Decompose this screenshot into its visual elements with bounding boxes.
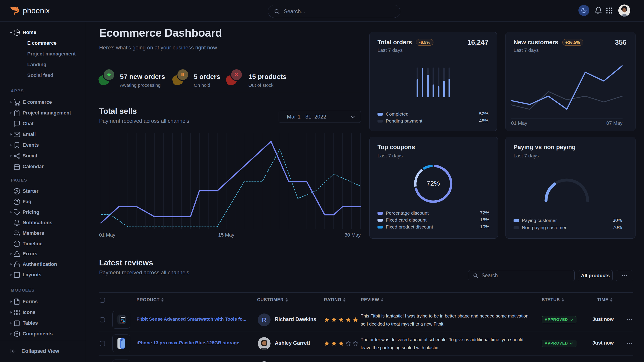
column-header-product[interactable]: PRODUCT bbox=[136, 297, 164, 302]
status-badge: APPROVED bbox=[542, 340, 576, 347]
total-orders-value: 16,247 bbox=[444, 38, 488, 46]
sidebar-item-email[interactable]: Email bbox=[0, 129, 86, 140]
total-orders-subtitle: Last 7 days bbox=[378, 47, 403, 53]
column-header-time[interactable]: TIME bbox=[597, 297, 612, 302]
sidebar-item-tables[interactable]: Tables bbox=[0, 318, 86, 329]
sidebar-item-timeline[interactable]: Timeline bbox=[0, 238, 86, 249]
avatar-initial: R bbox=[262, 316, 266, 324]
sidebar-item-calendar[interactable]: Calendar bbox=[0, 161, 86, 172]
collapsed-view-toggle[interactable]: Collapsed View bbox=[0, 346, 86, 357]
page-title: Ecommerce Dashboard bbox=[99, 26, 222, 39]
stat-label: Out of stock bbox=[248, 82, 286, 88]
search-icon bbox=[473, 273, 478, 278]
logo-text[interactable]: phoenix bbox=[23, 0, 50, 22]
sidebar-section-pages: PAGES bbox=[11, 176, 27, 184]
sidebar-item-components[interactable]: Components bbox=[0, 329, 86, 339]
pie-chart-icon bbox=[14, 29, 20, 36]
total-orders-title: Total orders bbox=[378, 39, 412, 46]
caret-right-icon bbox=[10, 300, 13, 304]
column-header-customer[interactable]: CUSTOMER bbox=[257, 297, 288, 302]
product-thumbnail-iphone[interactable] bbox=[112, 335, 130, 353]
sidebar-item-label: Pricing bbox=[22, 209, 40, 215]
customer-name[interactable]: Ashley Garrett bbox=[275, 340, 310, 346]
reviews-search-input[interactable]: Search bbox=[468, 270, 575, 281]
select-all-checkbox[interactable] bbox=[100, 298, 105, 303]
check-icon bbox=[570, 318, 574, 322]
column-header-rating[interactable]: RATING bbox=[324, 297, 346, 302]
sidebar-item-starter[interactable]: Starter bbox=[0, 186, 86, 197]
sidebar-item-e-commerce-app[interactable]: E commerce bbox=[0, 97, 86, 107]
top-coupons-title: Top coupons bbox=[378, 144, 415, 151]
sidebar-item-label: Components bbox=[22, 331, 52, 337]
global-search-input[interactable]: Search... bbox=[268, 5, 400, 18]
column-header-review[interactable]: REVIEW bbox=[361, 297, 383, 302]
caret-right-icon bbox=[10, 273, 13, 277]
sidebar-item-pricing[interactable]: Pricing bbox=[0, 207, 86, 218]
lock-icon bbox=[14, 261, 20, 268]
sidebar-item-errors[interactable]: Errors bbox=[0, 248, 86, 259]
orders-on-hold-icon bbox=[172, 69, 189, 85]
row-menu-button[interactable] bbox=[626, 343, 633, 344]
theme-toggle-button[interactable] bbox=[578, 5, 590, 16]
product-link[interactable]: Fitbit Sense Advanced Smartwatch with To… bbox=[136, 316, 246, 322]
customer-avatar-photo[interactable] bbox=[258, 337, 270, 350]
sidebar-item-social-feed[interactable]: Social feed bbox=[0, 70, 86, 81]
sidebar-item-layouts[interactable]: Layouts bbox=[0, 269, 86, 280]
legend-value: 30% bbox=[600, 218, 622, 223]
mail-icon bbox=[14, 131, 20, 138]
customer-avatar-initial[interactable]: R bbox=[258, 314, 270, 326]
row-divider bbox=[99, 356, 633, 356]
card-header: Total orders -6.8% bbox=[378, 39, 434, 46]
column-label: RATING bbox=[324, 297, 342, 302]
stat-value: 5 orders bbox=[194, 73, 220, 80]
sidebar-item-project-management-app[interactable]: Project management bbox=[0, 107, 86, 118]
star-filled-icon bbox=[345, 317, 351, 323]
caret-right-icon bbox=[10, 311, 13, 314]
more-options-button[interactable] bbox=[616, 270, 633, 281]
sidebar-item-landing[interactable]: Landing bbox=[0, 59, 86, 70]
avatar-image bbox=[258, 337, 270, 350]
rating-stars bbox=[324, 341, 358, 346]
product-thumbnail[interactable] bbox=[112, 360, 130, 362]
sidebar-item-faq[interactable]: Faq bbox=[0, 196, 86, 207]
sidebar-item-e-commerce-current[interactable]: E commerce bbox=[0, 38, 86, 48]
sidebar-item-authentication[interactable]: Authentication bbox=[0, 259, 86, 270]
top-navbar: phoenix Search... bbox=[0, 0, 644, 22]
customer-name[interactable]: Richard Dawkins bbox=[275, 316, 316, 323]
sidebar-item-project-management-page[interactable]: Project management bbox=[0, 48, 86, 59]
sidebar-item-forms[interactable]: Forms bbox=[0, 296, 86, 307]
apps-grid-button[interactable] bbox=[606, 7, 613, 14]
date-range-select[interactable]: Mar 1 - 31, 2022 bbox=[278, 111, 361, 123]
sort-icon bbox=[562, 298, 564, 302]
sort-icon bbox=[286, 298, 288, 302]
card-header: Paying vs non paying bbox=[514, 144, 576, 151]
sidebar-item-members[interactable]: Members bbox=[0, 228, 86, 239]
user-avatar[interactable] bbox=[618, 4, 630, 16]
phoenix-logo-icon[interactable] bbox=[10, 6, 20, 16]
sidebar-item-chat[interactable]: Chat bbox=[0, 118, 86, 129]
ecommerce-dashboard-page: phoenix Search... bbox=[0, 0, 644, 362]
sidebar-item-label: Forms bbox=[22, 299, 38, 305]
sidebar-item-label: Project management bbox=[27, 51, 76, 57]
all-products-button[interactable]: All products bbox=[578, 270, 613, 281]
new-customers-badge: +26.5% bbox=[562, 39, 583, 46]
row-checkbox[interactable] bbox=[100, 341, 105, 346]
notifications-button[interactable] bbox=[594, 6, 602, 15]
product-thumbnail-smartwatch[interactable] bbox=[112, 311, 130, 329]
sidebar-item-notifications[interactable]: Notifications bbox=[0, 217, 86, 228]
row-checkbox[interactable] bbox=[100, 317, 105, 323]
caret-right-icon bbox=[10, 100, 13, 104]
table-border-top bbox=[99, 293, 633, 293]
sidebar-item-events[interactable]: Events bbox=[0, 140, 86, 150]
sidebar-section-modules: MODULES bbox=[11, 286, 35, 294]
grid-dots-icon bbox=[606, 7, 613, 14]
table-header-divider bbox=[99, 308, 633, 308]
sidebar-item-home[interactable]: Home bbox=[0, 27, 86, 38]
column-header-status[interactable]: STATUS bbox=[542, 297, 564, 302]
sidebar-item-icons[interactable]: Icons bbox=[0, 307, 86, 318]
product-link[interactable]: iPhone 13 pro max-Pacific Blue-128GB sto… bbox=[136, 340, 239, 346]
legend-label: Completed bbox=[386, 111, 408, 117]
row-menu-button[interactable] bbox=[626, 319, 633, 321]
sidebar-item-label: Chat bbox=[22, 121, 34, 127]
sidebar-item-social[interactable]: Social bbox=[0, 150, 86, 161]
